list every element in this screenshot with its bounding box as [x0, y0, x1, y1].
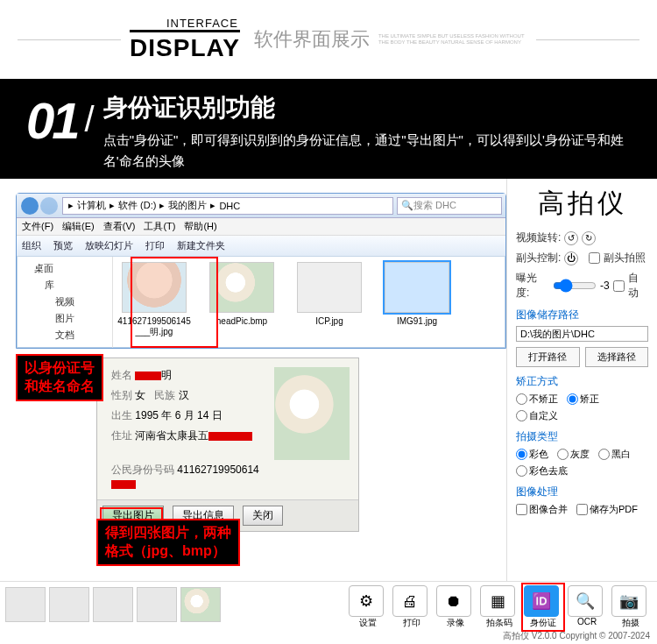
- shoot-bw-radio[interactable]: [598, 449, 610, 460]
- promo-banner: INTERFACE DISPLAY 软件界面展示 THE ULTIMATE SI…: [0, 0, 657, 79]
- tb-preview[interactable]: 预览: [53, 239, 73, 252]
- tool-barcode[interactable]: ▦拍条码: [480, 585, 519, 629]
- thumb[interactable]: [137, 587, 177, 622]
- storage-path-input[interactable]: [516, 326, 648, 342]
- thumb[interactable]: [49, 587, 89, 622]
- thumb[interactable]: [5, 587, 46, 622]
- print-icon: 🖨: [392, 585, 427, 617]
- shoot-gray-radio[interactable]: [557, 449, 569, 460]
- correction-radios: 不矫正 矫正 自定义: [516, 393, 648, 422]
- power-icon[interactable]: ⏻: [564, 251, 578, 265]
- menu-view[interactable]: 查看(V): [103, 220, 136, 233]
- tree-pictures[interactable]: 图片: [18, 310, 110, 327]
- section-title: 身份证识别功能: [103, 91, 631, 124]
- settings-icon: ⚙: [349, 585, 384, 617]
- barcode-icon: ▦: [480, 585, 515, 617]
- exposure-label: 曝光度:: [516, 271, 549, 301]
- tree-video[interactable]: 视频: [18, 294, 110, 310]
- exposure-slider[interactable]: [553, 279, 597, 293]
- banner-tagline: THE ULTIMATE SIMPLE BUT USELESS FASHION …: [378, 33, 536, 46]
- bottom-bar: ⚙设置🖨打印⏺录像▦拍条码🆔身份证🔍OCR📷拍摄 高拍仪 V2.0.0 Copy…: [0, 581, 657, 644]
- tool-ocr[interactable]: 🔍OCR: [568, 585, 606, 629]
- choose-path-button[interactable]: 选择路径: [585, 347, 649, 367]
- id-card-panel: 姓名 明 性别 女 民族 汉 出生 1995 年 6 月 14 日 住址 河南省…: [96, 357, 359, 532]
- tree-library[interactable]: 库: [18, 277, 110, 294]
- search-input[interactable]: 🔍 搜索 DHC: [397, 197, 502, 215]
- banner-subtitle: INTERFACE: [130, 17, 238, 30]
- close-button[interactable]: 关闭: [243, 506, 283, 526]
- app-screenshot: ▸ 计算机▸ 软件 (D:)▸ 我的图片▸ DHC 🔍 搜索 DHC 文件(F)…: [0, 179, 657, 644]
- file-item[interactable]: IMG91.jpg: [379, 262, 455, 343]
- thumb[interactable]: [180, 587, 221, 622]
- file-item[interactable]: ICP.jpg: [292, 262, 367, 343]
- address-bar[interactable]: ▸ 计算机▸ 软件 (D:)▸ 我的图片▸ DHC: [62, 197, 393, 215]
- correct-none-radio[interactable]: [516, 393, 527, 405]
- merge-checkbox[interactable]: [516, 504, 527, 515]
- image-process-title: 图像处理: [516, 485, 648, 499]
- menu-tools[interactable]: 工具(T): [144, 220, 175, 233]
- forward-button[interactable]: [40, 197, 58, 215]
- file-item[interactable]: 411627199506145___明.jpg: [117, 262, 192, 343]
- section-description: 点击"身份证"，即可得到识别到的身份证信息，通过"导出图片"，可以得到以'身份证…: [103, 130, 631, 172]
- subcam-checkbox[interactable]: [589, 252, 600, 264]
- correct-auto-radio[interactable]: [567, 393, 578, 405]
- tool-idcard[interactable]: 🆔身份证: [524, 585, 562, 629]
- tree-docs[interactable]: 文档: [18, 327, 110, 343]
- section-number: 01: [26, 91, 78, 150]
- callout-export: 得到四张图片，两种 格式（jpg、bmp）: [96, 519, 240, 566]
- idcard-icon: 🆔: [524, 585, 559, 617]
- rotate-cw-icon[interactable]: ↻: [582, 231, 596, 245]
- shoot-color-radio[interactable]: [516, 449, 527, 460]
- rotation-label: 视频旋转:: [516, 230, 561, 245]
- app-title: 高拍仪: [516, 186, 648, 222]
- thumbnail-strip: [0, 582, 226, 627]
- shoot-nobg-radio[interactable]: [516, 465, 527, 477]
- exposure-value: -3: [600, 280, 610, 292]
- explorer-menubar[interactable]: 文件(F) 编辑(E) 查看(V) 工具(T) 帮助(H): [17, 218, 505, 236]
- banner-cn: 软件界面展示: [254, 26, 370, 53]
- folder-tree[interactable]: 桌面 库 视频 图片 文档: [17, 257, 113, 348]
- subcam-label: 副头控制:: [516, 251, 561, 265]
- tb-newfolder[interactable]: 新建文件夹: [177, 239, 225, 252]
- correct-custom-radio[interactable]: [516, 410, 527, 421]
- copyright-text: 高拍仪 V2.0.0 Copyright © 2007-2024: [503, 630, 650, 642]
- tool-settings[interactable]: ⚙设置: [349, 585, 387, 629]
- open-path-button[interactable]: 打开路径: [516, 347, 580, 367]
- id-portrait: [274, 367, 350, 460]
- menu-help[interactable]: 帮助(H): [184, 220, 216, 233]
- tool-print[interactable]: 🖨打印: [392, 585, 431, 629]
- thumb[interactable]: [93, 587, 133, 622]
- callout-naming: 以身份证号 和姓名命名: [16, 354, 103, 401]
- capture-icon: 📷: [611, 585, 646, 617]
- shoot-radios: 彩色 灰度 黑白 彩色去底: [516, 448, 648, 478]
- search-icon: 🔍: [401, 200, 413, 211]
- shoot-type-title: 拍摄类型: [516, 429, 648, 444]
- menu-edit[interactable]: 编辑(E): [62, 220, 95, 233]
- side-panel: 高拍仪 视频旋转: ↺ ↻ 副头控制: ⏻ 副头拍照 曝光度: -3 自动 图像…: [506, 179, 657, 610]
- tb-slideshow[interactable]: 放映幻灯片: [85, 239, 133, 252]
- tool-record[interactable]: ⏺录像: [436, 585, 475, 629]
- back-button[interactable]: [21, 197, 39, 215]
- file-list: 411627199506145___明.jpg headPic.bmp ICP.…: [113, 257, 505, 348]
- tree-desktop[interactable]: 桌面: [18, 260, 110, 277]
- explorer-titlebar[interactable]: ▸ 计算机▸ 软件 (D:)▸ 我的图片▸ DHC 🔍 搜索 DHC: [17, 194, 505, 218]
- storage-path-title: 图像储存路径: [516, 308, 648, 322]
- banner-title: DISPLAY: [130, 30, 240, 62]
- correction-title: 矫正方式: [516, 374, 648, 389]
- tool-capture[interactable]: 📷拍摄: [611, 585, 650, 629]
- explorer-window: ▸ 计算机▸ 软件 (D:)▸ 我的图片▸ DHC 🔍 搜索 DHC 文件(F)…: [16, 193, 506, 349]
- menu-file[interactable]: 文件(F): [22, 220, 53, 233]
- ocr-icon: 🔍: [568, 585, 603, 617]
- record-icon: ⏺: [436, 585, 471, 617]
- auto-exposure-checkbox[interactable]: [613, 280, 625, 292]
- section-header: 01 / 身份证识别功能 点击"身份证"，即可得到识别到的身份证信息，通过"导出…: [0, 79, 657, 180]
- explorer-toolbar: 组织 预览 放映幻灯片 打印 新建文件夹: [17, 236, 505, 257]
- tb-print[interactable]: 打印: [145, 239, 165, 252]
- rotate-ccw-icon[interactable]: ↺: [564, 231, 578, 245]
- file-item[interactable]: headPic.bmp: [204, 262, 279, 343]
- tb-organize[interactable]: 组织: [22, 239, 41, 252]
- save-pdf-checkbox[interactable]: [576, 504, 588, 515]
